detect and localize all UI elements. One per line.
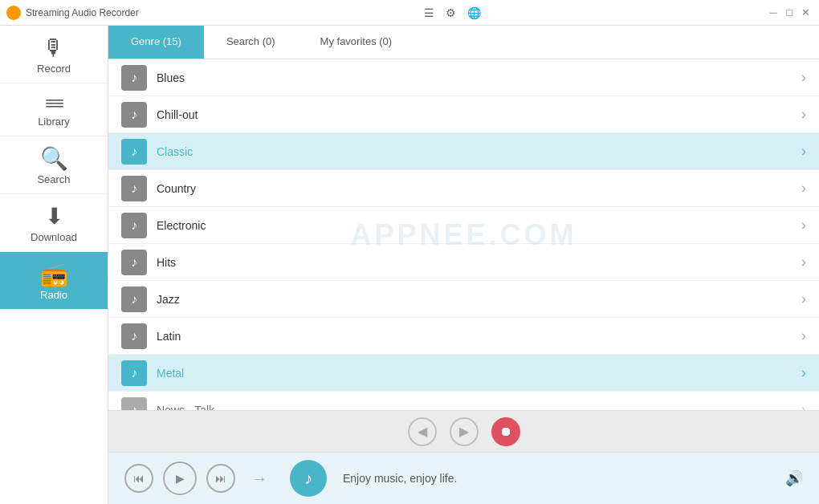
- play-icon: ▶: [176, 472, 185, 485]
- download-icon: ⬇: [45, 205, 63, 228]
- tab-genre[interactable]: Genre (15): [108, 26, 204, 59]
- list-icon[interactable]: ☰: [424, 6, 434, 19]
- sidebar-label-record: Record: [37, 63, 71, 75]
- genre-list: ♪ Blues › ♪ Chill-out › ♪ Classic › ♪ Co…: [108, 59, 819, 410]
- genre-name-metal: Metal: [157, 367, 801, 380]
- chevron-right-icon: ›: [801, 291, 806, 307]
- arrow-icon: →: [251, 469, 267, 488]
- sidebar-label-download: Download: [31, 231, 77, 243]
- sidebar-item-record[interactable]: 🎙 Record: [0, 26, 108, 83]
- search-icon: 🔍: [40, 148, 68, 170]
- next-icon: ⏭: [215, 472, 226, 485]
- sidebar-item-download[interactable]: ⬇ Download: [0, 194, 108, 252]
- genre-icon-chillout: ♪: [121, 102, 147, 128]
- genre-icon-jazz: ♪: [121, 287, 147, 312]
- app-title: Streaming Audio Recorder: [26, 7, 139, 18]
- genre-item-country[interactable]: ♪ Country ›: [108, 170, 819, 207]
- genre-icon-latin: ♪: [121, 323, 147, 349]
- chevron-right-icon: ›: [801, 143, 806, 160]
- sidebar-label-radio: Radio: [40, 289, 67, 301]
- tab-favorites[interactable]: My favorites (0): [298, 26, 415, 59]
- record-icon: ⏺: [499, 425, 512, 439]
- close-button[interactable]: ✕: [798, 6, 813, 20]
- genre-icon-metal: ♪: [121, 360, 147, 386]
- genre-name-latin: Latin: [157, 330, 801, 343]
- genre-item-electronic[interactable]: ♪ Electronic ›: [108, 207, 819, 244]
- prev-icon: ⏮: [133, 472, 145, 485]
- maximize-button[interactable]: □: [782, 6, 797, 20]
- content-area: Genre (15) Search (0) My favorites (0) A…: [108, 26, 819, 504]
- genre-icon-country: ♪: [121, 176, 147, 201]
- music-disc-icon: ♪: [290, 460, 327, 497]
- tabs-bar: Genre (15) Search (0) My favorites (0): [108, 26, 819, 59]
- genre-icon-classic: ♪: [121, 139, 147, 165]
- main-layout: 🎙 Record ≡≡ Library 🔍 Search ⬇ Download …: [0, 26, 819, 504]
- transport-play-button[interactable]: ▶: [450, 417, 479, 446]
- minimize-button[interactable]: ─: [766, 6, 780, 20]
- transport-back-button[interactable]: ◀: [408, 417, 437, 446]
- genre-name-blues: Blues: [157, 71, 801, 84]
- genre-item-classic[interactable]: ♪ Classic ›: [108, 133, 819, 170]
- volume-icon[interactable]: 🔊: [785, 469, 803, 487]
- chevron-right-icon: ›: [801, 217, 806, 234]
- titlebar-left: Streaming Audio Recorder: [6, 6, 139, 20]
- genre-item-hits[interactable]: ♪ Hits ›: [108, 244, 819, 281]
- genre-item-chillout[interactable]: ♪ Chill-out ›: [108, 96, 819, 133]
- genre-icon-hits: ♪: [121, 250, 147, 275]
- genre-name-classic: Classic: [157, 145, 801, 158]
- play-icon: ▶: [459, 424, 469, 439]
- titlebar: Streaming Audio Recorder ☰ ⚙ 🌐 ─ □ ✕: [0, 0, 819, 26]
- genre-name-country: Country: [157, 182, 801, 195]
- genre-name-electronic: Electronic: [157, 219, 801, 232]
- genre-icon-newstalk: ♪: [121, 397, 147, 411]
- chevron-right-icon: ›: [801, 364, 806, 381]
- chevron-right-icon: ›: [801, 401, 806, 410]
- genre-icon-electronic: ♪: [121, 213, 147, 238]
- next-button[interactable]: ⏭: [206, 464, 235, 493]
- app-logo-icon: [6, 6, 21, 20]
- chevron-right-icon: ›: [801, 106, 806, 123]
- player-info-text: Enjoy music, enjoy life.: [343, 472, 776, 485]
- genre-name-newstalk: News - Talk: [157, 404, 801, 411]
- sidebar-item-library[interactable]: ≡≡ Library: [0, 83, 108, 136]
- radio-icon: 📻: [40, 263, 68, 286]
- genre-name-jazz: Jazz: [157, 293, 801, 306]
- sidebar-item-search[interactable]: 🔍 Search: [0, 136, 108, 194]
- sidebar-label-library: Library: [38, 116, 70, 128]
- genre-name-chillout: Chill-out: [157, 108, 801, 121]
- genre-item-jazz[interactable]: ♪ Jazz ›: [108, 281, 819, 318]
- player-bar: ⏮ ▶ ⏭ → ♪ Enjoy music, enjoy life. 🔊: [108, 452, 819, 504]
- genre-item-latin[interactable]: ♪ Latin ›: [108, 318, 819, 355]
- genre-icon-blues: ♪: [121, 65, 147, 91]
- genre-item-metal[interactable]: ♪ Metal ›: [108, 355, 819, 392]
- chevron-right-icon: ›: [801, 254, 806, 270]
- chevron-right-icon: ›: [801, 69, 806, 86]
- transport-bar: ◀ ▶ ⏺: [108, 410, 819, 452]
- prev-button[interactable]: ⏮: [124, 464, 153, 493]
- genre-name-hits: Hits: [157, 256, 801, 269]
- chevron-right-icon: ›: [801, 327, 806, 344]
- transport-record-button[interactable]: ⏺: [491, 417, 520, 446]
- genre-item-blues[interactable]: ♪ Blues ›: [108, 59, 819, 96]
- sidebar-item-radio[interactable]: 📻 Radio: [0, 252, 108, 310]
- microphone-icon: 🎙: [43, 37, 65, 59]
- sidebar: 🎙 Record ≡≡ Library 🔍 Search ⬇ Download …: [0, 26, 108, 504]
- gear-icon[interactable]: ⚙: [446, 6, 456, 19]
- genre-item-newstalk[interactable]: ♪ News - Talk ›: [108, 392, 819, 410]
- library-icon: ≡≡: [45, 95, 63, 112]
- play-button[interactable]: ▶: [163, 461, 197, 495]
- titlebar-icons: ☰ ⚙ 🌐: [424, 6, 481, 19]
- sidebar-label-search: Search: [37, 173, 70, 185]
- tab-search[interactable]: Search (0): [204, 26, 298, 59]
- back-icon: ◀: [418, 424, 427, 439]
- chevron-right-icon: ›: [801, 180, 806, 197]
- window-controls: ─ □ ✕: [766, 6, 813, 20]
- globe-icon[interactable]: 🌐: [467, 6, 481, 19]
